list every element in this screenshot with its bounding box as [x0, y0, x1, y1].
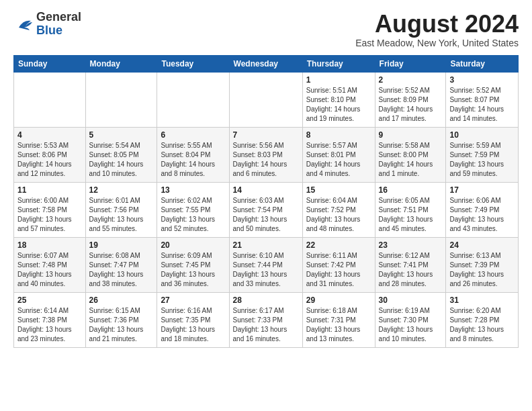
day-number: 16 — [379, 185, 443, 195]
day-info: Sunrise: 6:03 AM Sunset: 7:54 PM Dayligh… — [233, 196, 299, 234]
calendar-cell: 9Sunrise: 5:58 AM Sunset: 8:00 PM Daylig… — [375, 127, 446, 182]
day-info: Sunrise: 6:08 AM Sunset: 7:47 PM Dayligh… — [89, 251, 154, 289]
calendar-header-row: SundayMondayTuesdayWednesdayThursdayFrid… — [14, 55, 519, 72]
day-info: Sunrise: 6:15 AM Sunset: 7:36 PM Dayligh… — [89, 306, 154, 344]
calendar-cell — [229, 72, 302, 127]
day-info: Sunrise: 6:19 AM Sunset: 7:30 PM Dayligh… — [379, 306, 443, 344]
logo: General Blue — [13, 11, 81, 38]
day-number: 30 — [379, 295, 443, 305]
day-info: Sunrise: 6:20 AM Sunset: 7:28 PM Dayligh… — [449, 306, 515, 344]
calendar-cell: 28Sunrise: 6:17 AM Sunset: 7:33 PM Dayli… — [229, 292, 302, 347]
calendar-cell: 6Sunrise: 5:55 AM Sunset: 8:04 PM Daylig… — [157, 127, 229, 182]
calendar-cell: 7Sunrise: 5:56 AM Sunset: 8:03 PM Daylig… — [229, 127, 302, 182]
logo-blue: Blue — [36, 24, 81, 38]
day-info: Sunrise: 6:11 AM Sunset: 7:42 PM Dayligh… — [306, 251, 371, 289]
calendar-header-sunday: Sunday — [14, 55, 86, 72]
day-number: 15 — [306, 185, 371, 195]
day-number: 18 — [17, 240, 82, 250]
logo-text: General Blue — [36, 11, 81, 38]
calendar-cell: 1Sunrise: 5:51 AM Sunset: 8:10 PM Daylig… — [302, 72, 375, 127]
day-info: Sunrise: 5:52 AM Sunset: 8:07 PM Dayligh… — [449, 86, 515, 124]
calendar-cell: 11Sunrise: 6:00 AM Sunset: 7:58 PM Dayli… — [14, 182, 86, 237]
day-number: 12 — [89, 185, 154, 195]
calendar-week-3: 18Sunrise: 6:07 AM Sunset: 7:48 PM Dayli… — [14, 237, 519, 292]
day-info: Sunrise: 6:14 AM Sunset: 7:38 PM Dayligh… — [17, 306, 82, 344]
day-info: Sunrise: 5:58 AM Sunset: 8:00 PM Dayligh… — [379, 141, 443, 179]
calendar-week-4: 25Sunrise: 6:14 AM Sunset: 7:38 PM Dayli… — [14, 292, 519, 347]
day-info: Sunrise: 6:17 AM Sunset: 7:33 PM Dayligh… — [233, 306, 299, 344]
day-info: Sunrise: 6:05 AM Sunset: 7:51 PM Dayligh… — [379, 196, 443, 234]
calendar-header-wednesday: Wednesday — [229, 55, 302, 72]
day-number: 21 — [233, 240, 299, 250]
day-info: Sunrise: 6:12 AM Sunset: 7:41 PM Dayligh… — [379, 251, 443, 289]
day-info: Sunrise: 5:55 AM Sunset: 8:04 PM Dayligh… — [161, 141, 225, 179]
day-number: 28 — [233, 295, 299, 305]
day-number: 20 — [161, 240, 225, 250]
day-number: 4 — [17, 130, 82, 140]
calendar-cell: 23Sunrise: 6:12 AM Sunset: 7:41 PM Dayli… — [375, 237, 446, 292]
calendar-week-1: 4Sunrise: 5:53 AM Sunset: 8:06 PM Daylig… — [14, 127, 519, 182]
day-info: Sunrise: 6:16 AM Sunset: 7:35 PM Dayligh… — [161, 306, 225, 344]
day-number: 24 — [449, 240, 515, 250]
calendar-cell: 14Sunrise: 6:03 AM Sunset: 7:54 PM Dayli… — [229, 182, 302, 237]
day-number: 27 — [161, 295, 225, 305]
calendar-cell: 4Sunrise: 5:53 AM Sunset: 8:06 PM Daylig… — [14, 127, 86, 182]
day-info: Sunrise: 5:54 AM Sunset: 8:05 PM Dayligh… — [89, 141, 154, 179]
calendar-cell: 17Sunrise: 6:06 AM Sunset: 7:49 PM Dayli… — [446, 182, 519, 237]
day-info: Sunrise: 6:06 AM Sunset: 7:49 PM Dayligh… — [449, 196, 515, 234]
day-number: 2 — [379, 75, 443, 85]
day-number: 7 — [233, 130, 299, 140]
day-info: Sunrise: 5:59 AM Sunset: 7:59 PM Dayligh… — [449, 141, 515, 179]
day-info: Sunrise: 6:18 AM Sunset: 7:31 PM Dayligh… — [306, 306, 371, 344]
day-number: 26 — [89, 295, 154, 305]
calendar-cell: 12Sunrise: 6:01 AM Sunset: 7:56 PM Dayli… — [85, 182, 157, 237]
calendar-cell — [85, 72, 157, 127]
calendar-cell: 2Sunrise: 5:52 AM Sunset: 8:09 PM Daylig… — [375, 72, 446, 127]
day-info: Sunrise: 6:07 AM Sunset: 7:48 PM Dayligh… — [17, 251, 82, 289]
day-info: Sunrise: 5:56 AM Sunset: 8:03 PM Dayligh… — [233, 141, 299, 179]
day-number: 17 — [449, 185, 515, 195]
calendar-cell: 30Sunrise: 6:19 AM Sunset: 7:30 PM Dayli… — [375, 292, 446, 347]
calendar-cell: 16Sunrise: 6:05 AM Sunset: 7:51 PM Dayli… — [375, 182, 446, 237]
day-info: Sunrise: 6:09 AM Sunset: 7:45 PM Dayligh… — [161, 251, 225, 289]
calendar-header-tuesday: Tuesday — [157, 55, 229, 72]
day-number: 23 — [379, 240, 443, 250]
calendar-cell — [14, 72, 86, 127]
calendar-cell: 19Sunrise: 6:08 AM Sunset: 7:47 PM Dayli… — [85, 237, 157, 292]
calendar-cell: 31Sunrise: 6:20 AM Sunset: 7:28 PM Dayli… — [446, 292, 519, 347]
calendar-cell: 21Sunrise: 6:10 AM Sunset: 7:44 PM Dayli… — [229, 237, 302, 292]
day-number: 5 — [89, 130, 154, 140]
logo-bird-icon — [13, 14, 34, 34]
calendar-cell: 13Sunrise: 6:02 AM Sunset: 7:55 PM Dayli… — [157, 182, 229, 237]
header: General Blue August 2024 East Meadow, Ne… — [13, 11, 519, 48]
calendar-header-saturday: Saturday — [446, 55, 519, 72]
location: East Meadow, New York, United States — [355, 38, 519, 48]
calendar-header-monday: Monday — [85, 55, 157, 72]
calendar-cell: 8Sunrise: 5:57 AM Sunset: 8:01 PM Daylig… — [302, 127, 375, 182]
calendar-header-thursday: Thursday — [302, 55, 375, 72]
day-info: Sunrise: 5:57 AM Sunset: 8:01 PM Dayligh… — [306, 141, 371, 179]
day-info: Sunrise: 6:10 AM Sunset: 7:44 PM Dayligh… — [233, 251, 299, 289]
calendar-header-friday: Friday — [375, 55, 446, 72]
day-number: 8 — [306, 130, 371, 140]
calendar-cell: 15Sunrise: 6:04 AM Sunset: 7:52 PM Dayli… — [302, 182, 375, 237]
day-number: 14 — [233, 185, 299, 195]
calendar-cell: 24Sunrise: 6:13 AM Sunset: 7:39 PM Dayli… — [446, 237, 519, 292]
day-number: 11 — [17, 185, 82, 195]
day-number: 13 — [161, 185, 225, 195]
calendar-cell: 22Sunrise: 6:11 AM Sunset: 7:42 PM Dayli… — [302, 237, 375, 292]
day-number: 10 — [449, 130, 515, 140]
day-number: 6 — [161, 130, 225, 140]
calendar-cell: 26Sunrise: 6:15 AM Sunset: 7:36 PM Dayli… — [85, 292, 157, 347]
day-number: 25 — [17, 295, 82, 305]
day-number: 3 — [449, 75, 515, 85]
day-number: 29 — [306, 295, 371, 305]
day-number: 9 — [379, 130, 443, 140]
day-number: 19 — [89, 240, 154, 250]
day-info: Sunrise: 6:00 AM Sunset: 7:58 PM Dayligh… — [17, 196, 82, 234]
day-number: 1 — [306, 75, 371, 85]
calendar-cell: 10Sunrise: 5:59 AM Sunset: 7:59 PM Dayli… — [446, 127, 519, 182]
day-number: 31 — [449, 295, 515, 305]
day-info: Sunrise: 5:52 AM Sunset: 8:09 PM Dayligh… — [379, 86, 443, 124]
day-info: Sunrise: 6:13 AM Sunset: 7:39 PM Dayligh… — [449, 251, 515, 289]
